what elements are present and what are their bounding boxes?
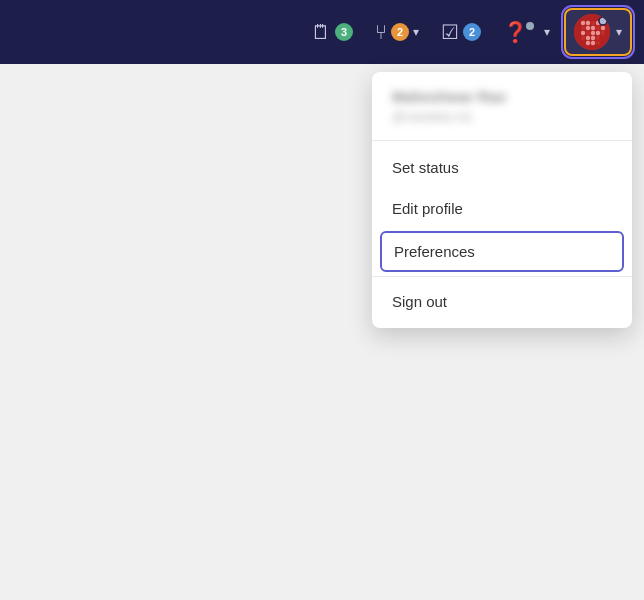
svg-point-17: [591, 36, 595, 40]
svg-point-5: [581, 26, 585, 30]
user-handle: @rawdata.rec: [392, 109, 612, 124]
preferences-button[interactable]: Preferences: [380, 231, 624, 272]
user-chevron-icon: ▾: [616, 25, 622, 39]
svg-point-11: [586, 31, 590, 35]
svg-point-10: [581, 31, 585, 35]
svg-point-14: [601, 31, 605, 35]
drafts-badge: 3: [335, 23, 353, 41]
svg-point-20: [591, 41, 595, 45]
user-avatar-button[interactable]: ▾: [564, 8, 632, 56]
user-dropdown-panel: Maheshwar Rao @rawdata.rec Set status Ed…: [372, 72, 632, 328]
pull-requests-chevron-icon: ▾: [413, 25, 419, 39]
svg-point-9: [601, 26, 605, 30]
sign-out-button[interactable]: Sign out: [372, 281, 632, 322]
user-info-section: Maheshwar Rao @rawdata.rec: [372, 72, 632, 141]
svg-point-12: [591, 31, 595, 35]
todos-badge: 2: [463, 23, 481, 41]
svg-point-21: [596, 41, 600, 45]
page-background: 🗒 3 ⑂ 2 ▾ ☑ 2 ❓ ▾: [0, 0, 644, 600]
edit-profile-button[interactable]: Edit profile: [372, 188, 632, 229]
svg-point-2: [586, 21, 590, 25]
nav-item-drafts[interactable]: 🗒 3: [303, 15, 361, 50]
menu-items-list: Set status Edit profile Preferences Sign…: [372, 141, 632, 328]
nav-item-pull-requests[interactable]: ⑂ 2 ▾: [367, 15, 427, 50]
svg-point-22: [599, 17, 607, 25]
topbar: 🗒 3 ⑂ 2 ▾ ☑ 2 ❓ ▾: [0, 0, 644, 64]
avatar: [574, 14, 610, 50]
help-notification-dot: [526, 22, 534, 30]
pull-requests-icon: ⑂: [375, 21, 387, 44]
svg-point-8: [596, 26, 600, 30]
svg-point-3: [591, 21, 595, 25]
user-display-name: Maheshwar Rao: [392, 88, 612, 105]
svg-point-15: [581, 36, 585, 40]
help-chevron-icon: ▾: [544, 25, 550, 39]
drafts-icon: 🗒: [311, 21, 331, 44]
svg-point-19: [586, 41, 590, 45]
svg-point-18: [596, 36, 600, 40]
svg-point-6: [586, 26, 590, 30]
avatar-svg: [574, 14, 610, 50]
todos-icon: ☑: [441, 20, 459, 44]
nav-item-todos[interactable]: ☑ 2: [433, 14, 489, 50]
set-status-button[interactable]: Set status: [372, 147, 632, 188]
svg-point-16: [586, 36, 590, 40]
pull-requests-badge: 2: [391, 23, 409, 41]
svg-point-13: [596, 31, 600, 35]
help-icon: ❓: [503, 20, 528, 44]
menu-divider: [372, 276, 632, 277]
svg-point-7: [591, 26, 595, 30]
svg-point-1: [581, 21, 585, 25]
nav-item-help[interactable]: ❓ ▾: [495, 14, 558, 50]
